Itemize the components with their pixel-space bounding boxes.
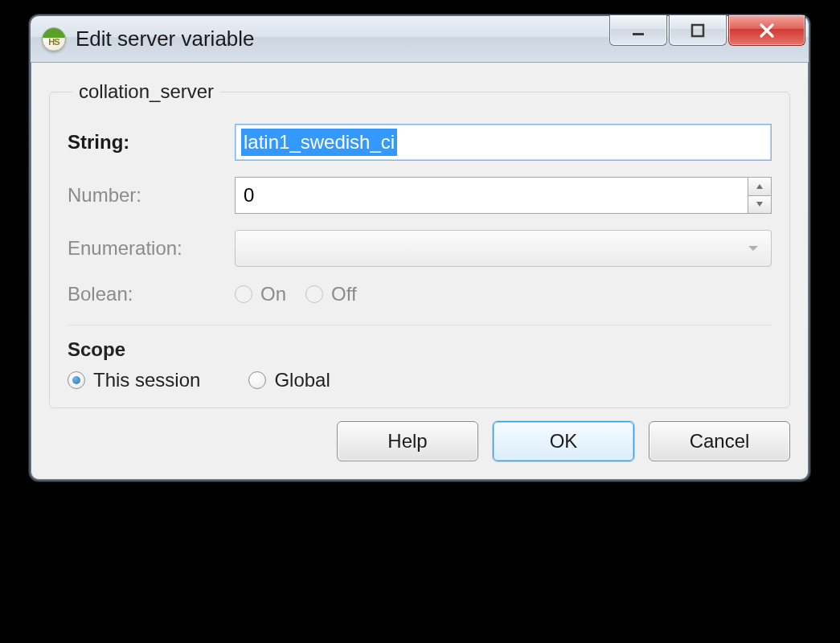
number-spin-up[interactable] [748, 177, 772, 196]
svg-rect-0 [633, 33, 644, 35]
radio-icon [305, 285, 323, 303]
window-controls [609, 15, 805, 46]
number-row: Number: [68, 177, 772, 214]
boolean-label: Bolean: [68, 283, 235, 305]
radio-icon [68, 371, 85, 389]
svg-rect-1 [692, 25, 703, 36]
scope-global-label: Global [274, 369, 330, 391]
scope-global-radio[interactable]: Global [248, 369, 330, 391]
enumeration-row: Enumeration: [68, 230, 772, 267]
cancel-button[interactable]: Cancel [649, 421, 790, 461]
string-input-wrap: latin1_swedish_ci [235, 124, 772, 161]
variable-name-legend: collation_server [72, 80, 220, 103]
app-icon: HS [42, 27, 66, 51]
scope-session-label: This session [93, 369, 200, 391]
chevron-down-icon [747, 244, 760, 253]
number-input[interactable] [235, 177, 748, 214]
boolean-on-label: On [260, 283, 286, 305]
boolean-off-label: Off [331, 283, 357, 305]
boolean-on-radio[interactable]: On [235, 283, 286, 305]
boolean-off-radio[interactable]: Off [305, 283, 357, 305]
radio-icon [248, 371, 266, 389]
help-button[interactable]: Help [337, 421, 478, 461]
dialog-client-area: collation_server String: latin1_swedish_… [31, 63, 809, 480]
number-label: Number: [68, 184, 235, 207]
scope-label: Scope [68, 338, 772, 361]
number-spin-down[interactable] [748, 196, 772, 215]
string-label: String: [68, 131, 235, 154]
dialog-window: HS Edit server variable collation_server… [29, 14, 810, 481]
boolean-row: Bolean: On Off [68, 283, 772, 305]
string-row: String: latin1_swedish_ci [68, 124, 772, 161]
dialog-buttons: Help OK Cancel [49, 421, 790, 461]
scope-section: Scope This session Global [68, 325, 772, 391]
variable-group: collation_server String: latin1_swedish_… [49, 80, 790, 408]
scope-session-radio[interactable]: This session [68, 369, 200, 391]
enumeration-combo[interactable] [235, 230, 772, 267]
titlebar[interactable]: HS Edit server variable [31, 16, 809, 63]
close-button[interactable] [728, 15, 805, 46]
minimize-button[interactable] [609, 15, 667, 46]
number-spinner [235, 177, 772, 214]
window-title: Edit server variable [76, 27, 609, 51]
enumeration-label: Enumeration: [68, 237, 235, 260]
radio-icon [235, 285, 252, 303]
maximize-button[interactable] [669, 15, 727, 46]
ok-button[interactable]: OK [493, 421, 634, 461]
string-input[interactable] [235, 124, 772, 161]
